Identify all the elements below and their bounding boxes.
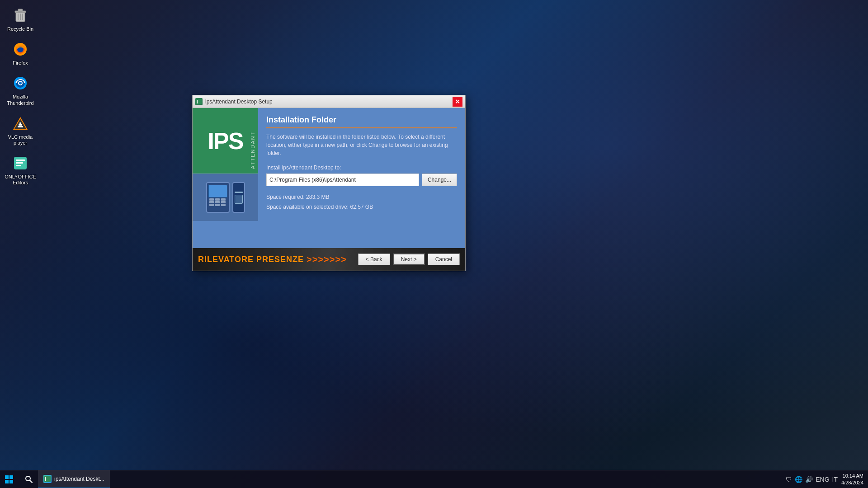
taskbar-search-button[interactable] <box>20 470 38 488</box>
install-label: Install ipsAttendant Desktop to: <box>266 164 457 171</box>
dialog-close-button[interactable]: ✕ <box>453 97 462 107</box>
dialog-main: IPS ATTENDANT <box>193 108 465 248</box>
back-button[interactable]: < Back <box>358 253 390 265</box>
device-image-box <box>193 174 258 221</box>
language-indicator[interactable]: ENG <box>816 476 829 483</box>
svg-text:I: I <box>197 99 198 104</box>
taskbar-clock[interactable]: 10:14 AM 4/28/2024 <box>841 473 863 486</box>
footer-brand: RILEVATORE PRESENZE >>>>>>> <box>198 254 354 265</box>
dialog-left-panel: IPS ATTENDANT <box>193 108 258 248</box>
cancel-button[interactable]: Cancel <box>428 253 460 265</box>
desktop: Recycle Bin Firefox <box>0 0 868 488</box>
windows-logo-icon <box>5 475 14 484</box>
dialog-titlebar[interactable]: I ipsAttendant Desktop Setup ✕ <box>193 95 465 108</box>
search-icon <box>25 475 33 483</box>
device-illustration <box>206 182 245 213</box>
volume-icon[interactable]: 🔊 <box>805 476 813 483</box>
dialog-content: IPS ATTENDANT <box>193 108 465 271</box>
dialog-title-text: ipsAttendant Desktop Setup <box>205 99 453 105</box>
tray-icons: 🛡 🌐 🔊 ENG IT <box>786 476 838 483</box>
next-button[interactable]: Next > <box>393 253 425 265</box>
taskbar-system-tray: 🛡 🌐 🔊 ENG IT 10:14 AM 4/28/2024 <box>786 473 868 486</box>
terminal-screen <box>208 185 227 197</box>
taskbar-app-icon: I <box>43 475 52 483</box>
keyboard-layout-indicator[interactable]: IT <box>832 476 838 483</box>
taskbar-app-label: ipsAttendant Deskt... <box>54 476 104 482</box>
setup-dialog: I ipsAttendant Desktop Setup ✕ IPS ATTEN… <box>192 95 466 271</box>
clock-time: 10:14 AM <box>841 473 863 479</box>
modal-overlay: I ipsAttendant Desktop Setup ✕ IPS ATTEN… <box>0 0 868 488</box>
ips-attendant-label: ATTENDANT <box>250 113 255 169</box>
svg-rect-24 <box>5 475 9 479</box>
footer-brand-label: RILEVATORE PRESENZE <box>198 255 304 264</box>
space-info: Space required: 283.3 MB Space available… <box>266 192 457 212</box>
change-button[interactable]: Change... <box>422 174 457 186</box>
card-reader-device <box>232 182 245 213</box>
terminal-keypad <box>209 198 226 206</box>
svg-rect-26 <box>5 480 9 483</box>
section-title: Installation Folder <box>266 115 457 128</box>
svg-rect-25 <box>9 475 13 479</box>
footer-buttons: < Back Next > Cancel <box>358 253 460 265</box>
svg-text:I: I <box>45 477 46 482</box>
network-icon[interactable]: 🌐 <box>795 476 802 483</box>
install-path-row: Change... <box>266 174 457 186</box>
dialog-right-panel: Installation Folder The software will be… <box>258 108 465 248</box>
terminal-device <box>206 182 230 213</box>
dialog-title-icon: I <box>195 98 203 105</box>
footer-chevrons: >>>>>>> <box>307 254 347 265</box>
taskbar: I ipsAttendant Deskt... 🛡 🌐 🔊 ENG IT 10:… <box>0 470 868 488</box>
start-button[interactable] <box>0 470 18 488</box>
space-available-text: Space available on selected drive: 62.57… <box>266 202 457 212</box>
install-path-input[interactable] <box>266 174 419 186</box>
svg-line-29 <box>30 480 32 483</box>
clock-date: 4/28/2024 <box>841 479 863 486</box>
taskbar-app-ipsattendant[interactable]: I ipsAttendant Deskt... <box>38 470 110 488</box>
ips-logo: IPS <box>208 129 243 153</box>
space-required-text: Space required: 283.3 MB <box>266 192 457 202</box>
ips-logo-box: IPS ATTENDANT <box>193 108 258 174</box>
dialog-footer: RILEVATORE PRESENZE >>>>>>> < Back Next … <box>193 248 465 271</box>
shield-icon[interactable]: 🛡 <box>786 476 792 483</box>
section-description: The software will be installed in the fo… <box>266 133 457 157</box>
svg-rect-27 <box>9 480 13 483</box>
footer-brand-text: RILEVATORE PRESENZE >>>>>>> <box>198 254 354 265</box>
app-icon-small: I <box>44 476 51 482</box>
